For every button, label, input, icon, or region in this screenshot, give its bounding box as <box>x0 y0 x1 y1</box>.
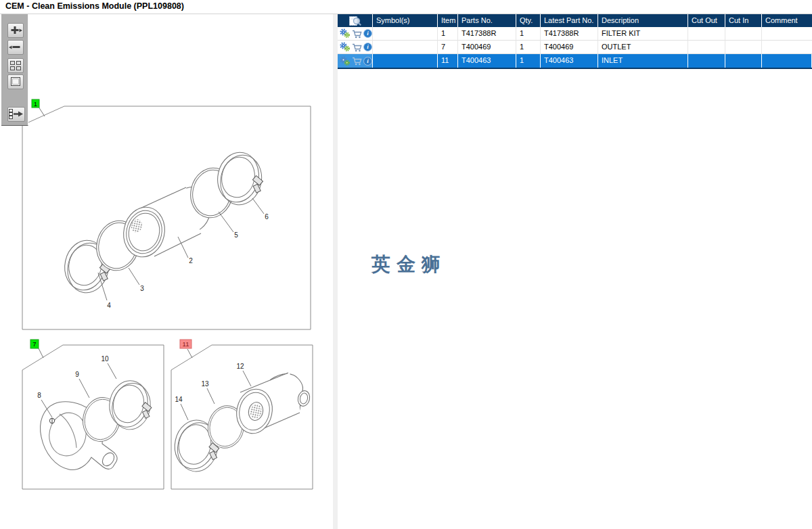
panel-splitter[interactable] <box>333 14 338 529</box>
callout-10: 10 <box>101 355 109 363</box>
cell-description: FILTER KIT <box>598 27 688 41</box>
parts-table: Symbol(s) Item Parts No. Qty. Latest Par… <box>338 14 812 69</box>
info-icon[interactable]: i <box>363 57 372 66</box>
callout-3: 3 <box>140 285 144 292</box>
cell-comment <box>762 54 812 68</box>
watermark-text: 英金狮 <box>371 252 447 277</box>
zoom-out-button[interactable] <box>7 40 24 55</box>
toggle-panel-button[interactable] <box>7 107 25 122</box>
callout-13: 13 <box>201 380 209 388</box>
callout-5: 5 <box>234 231 238 239</box>
info-icon[interactable]: i <box>363 43 372 51</box>
column-header-latest-part-no[interactable]: Latest Part No. <box>541 14 598 27</box>
column-header-description[interactable]: Description <box>598 14 688 27</box>
zoom-in-icon <box>8 24 23 37</box>
cell-item: 11 <box>438 54 458 68</box>
cell-description: OUTLET <box>598 41 688 54</box>
cell-cut-in <box>725 27 762 41</box>
toggle-panel-icon <box>8 108 24 121</box>
fit-view-icon <box>8 75 23 89</box>
cell-qty: 1 <box>516 41 541 54</box>
row-actions: i <box>338 41 373 54</box>
cell-qty: 1 <box>516 27 541 41</box>
column-header-symbols[interactable]: Symbol(s) <box>373 14 438 27</box>
zoom-out-icon <box>8 41 23 54</box>
parts-gears-icon[interactable] <box>340 28 351 39</box>
column-header-comment[interactable]: Comment <box>762 14 812 27</box>
cell-item: 7 <box>438 41 458 54</box>
column-header-parts-no[interactable]: Parts No. <box>458 14 516 27</box>
callout-2: 2 <box>189 257 193 264</box>
parts-gears-icon[interactable] <box>340 42 351 52</box>
fit-view-button[interactable] <box>7 74 24 89</box>
cell-latest-part-no: T400469 <box>541 41 598 54</box>
cell-comment <box>762 27 812 41</box>
preview-document-icon <box>348 16 362 26</box>
cell-symbols <box>373 27 438 41</box>
cell-parts-no: T400463 <box>458 54 516 68</box>
column-header-qty[interactable]: Qty. <box>516 14 541 27</box>
callout-6: 6 <box>265 213 269 221</box>
column-header-cut-out[interactable]: Cut Out <box>688 14 725 27</box>
parts-gears-icon[interactable] <box>340 56 351 66</box>
cell-item: 1 <box>438 27 458 41</box>
tile-view-button[interactable] <box>7 58 24 73</box>
column-header-cut-in[interactable]: Cut In <box>725 14 762 27</box>
diagram-toolbar <box>1 14 28 126</box>
cell-parts-no: T400469 <box>458 41 516 54</box>
cell-latest-part-no: T400463 <box>541 54 598 68</box>
tile-view-icon <box>8 59 23 72</box>
callout-4: 4 <box>107 302 111 309</box>
cell-comment <box>762 41 812 54</box>
cell-cut-in <box>725 54 762 68</box>
callout-12: 12 <box>236 363 244 370</box>
diagram-label-7[interactable]: 7 <box>32 340 36 348</box>
header-cell-preview[interactable] <box>338 14 373 27</box>
part-canister-12 <box>233 373 311 437</box>
table-header-row: Symbol(s) Item Parts No. Qty. Latest Par… <box>338 14 812 27</box>
cell-description: INLET <box>598 54 688 68</box>
table-row-selected[interactable]: i 11 T400463 1 T400463 INLET <box>338 54 812 69</box>
cell-symbols <box>373 54 438 68</box>
cart-icon[interactable] <box>352 56 362 66</box>
row-actions: i <box>338 54 373 68</box>
cell-cut-out <box>688 41 725 54</box>
callout-9: 9 <box>75 371 79 378</box>
row-actions: i <box>338 27 373 41</box>
zoom-in-button[interactable] <box>7 23 24 38</box>
cell-cut-out <box>688 27 725 41</box>
column-header-item[interactable]: Item <box>438 14 458 27</box>
cell-parts-no: T417388R <box>458 27 516 41</box>
cell-latest-part-no: T417388R <box>541 27 598 41</box>
info-icon[interactable]: i <box>363 29 372 38</box>
table-row[interactable]: i 1 T417388R 1 T417388R FILTER KIT <box>338 27 812 41</box>
cell-cut-out <box>688 54 725 68</box>
diagram-label-1[interactable]: 1 <box>34 100 37 108</box>
diagram-label-11[interactable]: 11 <box>183 340 189 348</box>
cell-symbols <box>373 41 438 54</box>
callout-14: 14 <box>175 396 183 403</box>
app-window: CEM - Clean Emissions Module (PPL109808) <box>0 0 812 529</box>
cell-qty: 1 <box>516 54 541 68</box>
cart-icon[interactable] <box>352 29 362 39</box>
table-row[interactable]: i 7 T400469 1 T400469 OUTLET <box>338 41 812 54</box>
cart-icon[interactable] <box>352 43 362 52</box>
cell-cut-in <box>725 41 762 54</box>
page-title: CEM - Clean Emissions Module (PPL109808) <box>5 1 184 11</box>
callout-8: 8 <box>37 392 41 399</box>
diagram-panel: 1 4 3 2 5 6 <box>0 14 333 529</box>
